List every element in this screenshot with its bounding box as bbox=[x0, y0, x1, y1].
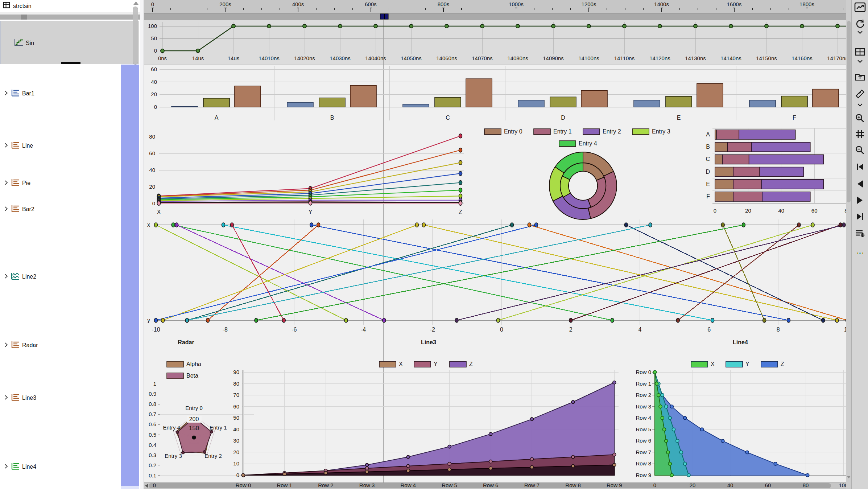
splitter-handle[interactable] bbox=[61, 62, 80, 64]
x-tick-label: 14070ns bbox=[472, 55, 493, 61]
chevron-right-icon[interactable] bbox=[4, 90, 8, 97]
sidebar-header: strctsin bbox=[0, 0, 140, 12]
ruler-tick-label: 1600s bbox=[727, 1, 742, 7]
sidebar-item-radar[interactable]: Radar bbox=[0, 340, 120, 350]
list-icon bbox=[11, 141, 20, 151]
legend-label: Z bbox=[781, 361, 784, 367]
window-grid-icon bbox=[3, 2, 10, 10]
chevron-right-icon[interactable] bbox=[4, 395, 8, 402]
trend-chart-icon[interactable] bbox=[852, 2, 868, 12]
x-tick-label: Row 4 bbox=[401, 482, 416, 488]
legend-label: Entry 4 bbox=[579, 140, 597, 147]
ruler-tick-label: 200s bbox=[219, 1, 231, 7]
row-label: Row 9 bbox=[636, 472, 651, 478]
x-tick-label: 40 bbox=[778, 207, 784, 214]
x-tick-label: 14060ns bbox=[436, 55, 457, 61]
list-icon bbox=[11, 89, 20, 98]
ruler-tick-label: 1400s bbox=[654, 1, 669, 7]
step-right-icon[interactable] bbox=[852, 196, 868, 205]
chevron-right-icon[interactable] bbox=[4, 274, 8, 280]
sidebar-item-line[interactable]: Line bbox=[0, 141, 120, 151]
step-left-icon[interactable] bbox=[852, 180, 868, 188]
scroll-up-icon[interactable] bbox=[133, 1, 139, 5]
sidebar-item-label: Bar1 bbox=[22, 90, 34, 97]
list-settings-icon[interactable] bbox=[852, 229, 868, 238]
y-tick-label: 60 bbox=[233, 403, 239, 410]
x-tick-label: Row 0 bbox=[236, 482, 251, 488]
frame-icon[interactable] bbox=[852, 129, 868, 139]
y-tick-label: 1 bbox=[153, 381, 156, 387]
right-toolbar bbox=[851, 0, 868, 489]
y-tick-label: 0 bbox=[154, 48, 157, 54]
x-tick-label: 14030ns bbox=[330, 55, 351, 61]
x-tick-label: Row 8 bbox=[565, 482, 581, 488]
sidebar-band-footer bbox=[121, 486, 139, 489]
chevron-right-icon[interactable] bbox=[4, 464, 8, 470]
x-tick-label: Z bbox=[459, 209, 462, 215]
y-tick-label: 20 bbox=[233, 449, 239, 455]
x-tick-label: 60 bbox=[811, 207, 818, 214]
chevron-down-icon[interactable] bbox=[852, 103, 868, 107]
zoom-out-icon[interactable] bbox=[852, 145, 868, 155]
list-icon bbox=[11, 178, 20, 188]
y-tick-label: 50 bbox=[233, 415, 239, 421]
x-tick-label: 14080ns bbox=[507, 55, 528, 61]
y-tick-label: 20 bbox=[151, 91, 157, 97]
pane-splitter[interactable] bbox=[140, 0, 144, 489]
x-tick-label: 14130ns bbox=[685, 55, 706, 61]
chart-vertical-scrollbar[interactable] bbox=[846, 0, 851, 489]
x-tick-label: 80 bbox=[803, 482, 809, 488]
x-tick-label: 6 bbox=[707, 326, 711, 333]
timeline-cursor-thumb[interactable] bbox=[380, 14, 388, 19]
folder-up-icon[interactable] bbox=[852, 72, 868, 81]
x-tick-label: 4 bbox=[638, 326, 641, 333]
row-label: Row 6 bbox=[636, 437, 651, 444]
step-line-chart-icon bbox=[13, 38, 24, 49]
y-tick-label: 0.2 bbox=[149, 462, 156, 468]
x-tick-label: 20 bbox=[690, 482, 696, 488]
sidebar-hscroll-thumb[interactable] bbox=[21, 15, 27, 20]
legend-label: Entry 2 bbox=[603, 128, 621, 135]
sidebar-item-bar1[interactable]: Bar1 bbox=[0, 89, 120, 99]
x-tick-label: -2 bbox=[430, 326, 435, 333]
sidebar-item-line2[interactable]: Line2 bbox=[0, 272, 120, 282]
chevron-right-icon[interactable] bbox=[4, 143, 8, 149]
sidebar-item-line4[interactable]: Line4 bbox=[0, 462, 120, 472]
sidebar-horizontal-scrollbar[interactable] bbox=[0, 15, 140, 20]
legend-label: Entry 3 bbox=[652, 128, 670, 135]
chevron-down-icon[interactable] bbox=[852, 30, 868, 34]
axis-label: x bbox=[147, 222, 150, 228]
skip-start-icon[interactable] bbox=[852, 163, 868, 171]
scroll-down-icon[interactable] bbox=[847, 476, 851, 478]
sidebar-item-line3[interactable]: Line3 bbox=[0, 393, 120, 403]
legend-label: X bbox=[711, 361, 715, 367]
more-dots-icon[interactable] bbox=[852, 252, 868, 255]
list-icon bbox=[11, 205, 20, 214]
chevron-down-icon[interactable] bbox=[852, 59, 868, 63]
chart-vscroll-thumb[interactable] bbox=[847, 21, 851, 202]
ruler-tick-label: 1000s bbox=[509, 1, 524, 7]
ruler-tick-label: 0 bbox=[151, 1, 154, 7]
radial-tick-label: 200 bbox=[189, 416, 199, 422]
skip-end-icon[interactable] bbox=[852, 212, 868, 221]
chevron-right-icon[interactable] bbox=[4, 180, 8, 187]
sidebar-item-sin[interactable]: Sin bbox=[0, 21, 139, 64]
spoke-label: Entry 1 bbox=[210, 424, 227, 431]
row-label: Row 2 bbox=[636, 392, 651, 398]
y-tick-label: 0.5 bbox=[149, 432, 156, 438]
chevron-right-icon[interactable] bbox=[4, 206, 8, 213]
refresh-icon[interactable] bbox=[852, 19, 868, 29]
sidebar-vscroll-thumb[interactable] bbox=[133, 7, 138, 65]
y-tick-label: 0.9 bbox=[149, 391, 156, 397]
sidebar: strctsin Sin Bar1LinePieBar2Line2RadarLi… bbox=[0, 0, 140, 489]
sidebar-item-bar2[interactable]: Bar2 bbox=[0, 204, 120, 214]
zoom-in-icon[interactable] bbox=[852, 113, 868, 123]
y-tick-label: 80 bbox=[149, 133, 155, 140]
sidebar-item-label: Line3 bbox=[22, 395, 36, 401]
ruler-icon[interactable] bbox=[852, 89, 868, 99]
ruler-tick-label: 600s bbox=[365, 1, 377, 7]
sidebar-item-pie[interactable]: Pie bbox=[0, 178, 120, 188]
chevron-right-icon[interactable] bbox=[4, 342, 8, 349]
window-grid-icon[interactable] bbox=[852, 47, 868, 57]
x-tick-label: 14us bbox=[192, 55, 204, 61]
